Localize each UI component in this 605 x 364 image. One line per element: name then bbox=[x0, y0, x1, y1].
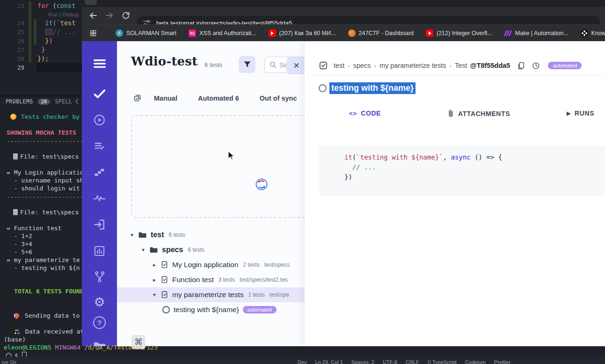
sidebar-tests-check-icon[interactable] bbox=[82, 88, 117, 100]
chevron-down-icon[interactable]: ▾ bbox=[140, 247, 146, 253]
history-icon[interactable] bbox=[532, 61, 540, 70]
hackerone-icon: h1 bbox=[189, 29, 196, 37]
browser-tab-strip bbox=[82, 0, 605, 7]
file-icon bbox=[13, 153, 18, 160]
apps-grid-icon[interactable] bbox=[89, 29, 97, 37]
sidebar-test-plans-icon[interactable] bbox=[82, 140, 117, 152]
terminal-line: - 1+2 bbox=[7, 233, 32, 240]
tree-row[interactable]: ▸My Login application 2 tests test/specs bbox=[117, 257, 304, 272]
code-line: }) bbox=[344, 172, 605, 182]
breadcrumb-item[interactable]: my parameterize tests bbox=[379, 62, 446, 69]
breadcrumb-item: Test bbox=[455, 62, 467, 69]
breadcrumb-separator: › bbox=[348, 62, 350, 69]
code-line: // ... bbox=[344, 162, 605, 172]
bookmark-item[interactable]: h1 XSS and Authorizati... bbox=[189, 29, 256, 37]
ctf-icon bbox=[348, 29, 356, 37]
smile-icon bbox=[10, 114, 16, 120]
sidebar-run-play-icon[interactable] bbox=[82, 114, 117, 126]
file-icon bbox=[160, 291, 168, 299]
forward-icon[interactable] bbox=[105, 11, 114, 20]
tree-row[interactable]: ▾specs 6 tests bbox=[117, 242, 304, 257]
status-item[interactable]: Codeium bbox=[465, 359, 486, 364]
tab-automated[interactable]: Automated 6 bbox=[198, 95, 239, 102]
app-sidebar: ⚙? bbox=[82, 41, 117, 346]
bookmark-item[interactable]: ⚡ SOLARMAN Smart bbox=[116, 29, 176, 37]
status-item[interactable]: UTF-8 bbox=[383, 359, 397, 364]
terminal-line: File: test\specs bbox=[13, 153, 79, 160]
test-circle-icon bbox=[162, 306, 170, 313]
bookmark-item[interactable]: Make | Automation... bbox=[504, 29, 569, 37]
sidebar-settings-gear-icon[interactable]: ⚙ bbox=[82, 296, 117, 309]
breadcrumb-item[interactable]: specs bbox=[353, 62, 371, 69]
status-item[interactable]: Dev bbox=[298, 359, 307, 364]
sync-spinner-icon bbox=[255, 178, 268, 191]
screen: 23for (constRun | Debug24 it(`test25 // … bbox=[0, 0, 605, 364]
tree-row[interactable]: ▾test 6 tests bbox=[117, 227, 304, 242]
reload-icon[interactable] bbox=[121, 11, 131, 20]
tree-row[interactable]: ▸Function test 3 tests test/specs/test2.… bbox=[117, 272, 304, 287]
tab-runs[interactable]: ▶ RUNS bbox=[567, 109, 594, 117]
breadcrumb-separator: › bbox=[450, 62, 452, 69]
paperclip-icon bbox=[447, 109, 454, 117]
terminal-line: eleon@LEGION5 MINGW64 /d/QA_A/Testomat/1… bbox=[4, 344, 158, 351]
copy-icon[interactable] bbox=[517, 61, 525, 70]
file-icon bbox=[160, 261, 168, 269]
close-panel-button[interactable]: ✕ bbox=[286, 57, 306, 74]
status-item[interactable]: {} TypeScript bbox=[428, 359, 457, 364]
tests-count: 6 tests bbox=[204, 61, 222, 68]
status-left-item[interactable]: ive Sh bbox=[2, 359, 16, 364]
filter-button[interactable] bbox=[239, 56, 255, 73]
chevron-down-icon[interactable]: ▾ bbox=[129, 232, 135, 238]
test-check-icon bbox=[319, 61, 328, 70]
list-filter-tabs: Manual Automated 6 Out of sync bbox=[133, 94, 318, 102]
sidebar-analytics-pulse-icon[interactable] bbox=[82, 193, 117, 204]
knowledge-icon bbox=[581, 29, 588, 37]
file-icon bbox=[160, 276, 168, 284]
tree-row[interactable]: testing with ${name} automated bbox=[117, 302, 304, 317]
select-all-icon[interactable] bbox=[133, 94, 142, 102]
test-status-circle-icon[interactable] bbox=[319, 84, 327, 92]
sidebar-help-icon[interactable]: ? bbox=[82, 316, 117, 329]
youtube-icon bbox=[269, 29, 276, 37]
bookmark-item[interactable]: (207) Как За 60 МИ... bbox=[269, 29, 336, 37]
back-icon[interactable] bbox=[88, 11, 98, 20]
sidebar-steps-icon[interactable] bbox=[82, 167, 117, 178]
drop-zone bbox=[131, 115, 307, 218]
tab-manual[interactable]: Manual bbox=[154, 95, 177, 102]
terminal-line: = my parameterize te bbox=[7, 256, 80, 263]
confetti-icon bbox=[14, 329, 20, 335]
sidebar-reports-chart-icon[interactable] bbox=[82, 245, 117, 257]
bookmark-item[interactable]: Knowledge assistan... bbox=[581, 29, 605, 37]
status-item[interactable]: CRLF bbox=[406, 359, 419, 364]
file-icon bbox=[13, 209, 18, 215]
tab-out-of-sync[interactable]: Out of sync bbox=[260, 95, 297, 102]
test-title-selected[interactable]: testing with ${name} bbox=[329, 82, 415, 94]
sidebar-branches-icon[interactable] bbox=[82, 270, 117, 283]
terminal-line: - username input sh bbox=[7, 177, 83, 184]
terminal-line: SHOWING MOCHA TESTS bbox=[7, 129, 76, 136]
chevron-down-icon[interactable]: ▾ bbox=[151, 291, 158, 298]
tests-list-panel: Wdio-test 6 tests Se ✕ Manual Automated … bbox=[117, 41, 304, 346]
tab-attachments[interactable]: ATTACHMENTS bbox=[447, 109, 510, 117]
terminal-line: ----------------------- bbox=[7, 138, 91, 145]
project-title: Wdio-test bbox=[131, 54, 197, 68]
chevron-right-icon[interactable]: ▸ bbox=[151, 277, 158, 283]
status-item[interactable]: Spaces: 2 bbox=[351, 359, 374, 364]
bookmark-items: ⚡ SOLARMAN Smart h1 XSS and Authorizati.… bbox=[116, 29, 605, 37]
status-item[interactable]: Ln 29, Col 1 bbox=[315, 359, 343, 364]
automated-badge: automated bbox=[548, 62, 582, 69]
tree-row[interactable]: ▾my parameterize tests 1 tests test/spe bbox=[117, 287, 304, 302]
sidebar-menu-icon[interactable] bbox=[82, 58, 117, 69]
chevron-right-icon[interactable]: ▸ bbox=[151, 262, 158, 268]
bookmark-item[interactable]: (212) Integer Overfl... bbox=[426, 29, 492, 37]
bookmark-item[interactable]: 247CTF - Dashboard bbox=[348, 29, 414, 37]
tab-code[interactable]: <> CODE bbox=[349, 109, 381, 117]
automated-badge: automated bbox=[243, 306, 277, 313]
sidebar-import-icon[interactable] bbox=[82, 218, 117, 231]
status-item[interactable]: Prettier bbox=[494, 359, 510, 364]
solarman-icon: ⚡ bbox=[116, 29, 123, 37]
vscode-status-bar: ive Sh DevLn 29, Col 1Spaces: 2UTF-8CRLF… bbox=[0, 357, 605, 364]
youtube-icon bbox=[426, 29, 433, 37]
folder-icon bbox=[138, 231, 147, 239]
breadcrumb-item[interactable]: test bbox=[334, 62, 344, 69]
